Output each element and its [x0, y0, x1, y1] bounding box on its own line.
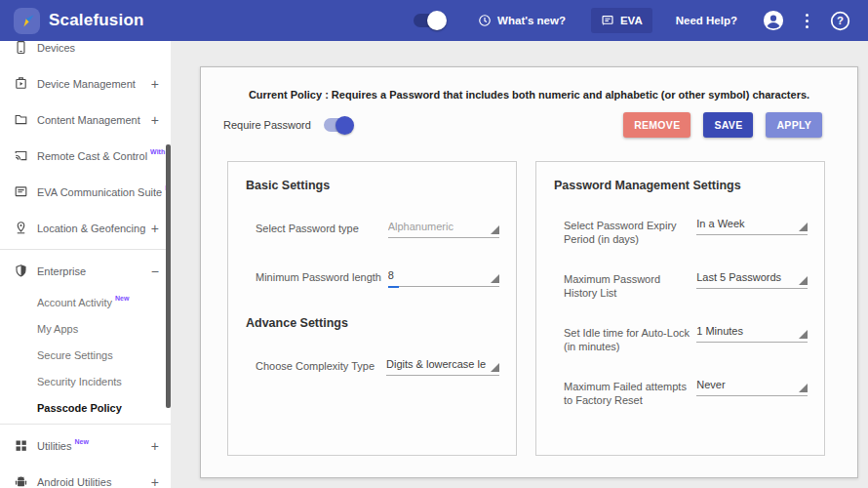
expander-plus[interactable]: + [151, 221, 159, 236]
dropdown-arrow-icon [491, 274, 499, 283]
dot [806, 14, 809, 17]
basic-settings-panel: Basic Settings Select Password type Alph… [227, 161, 517, 456]
min-password-length-select[interactable]: 8 [388, 267, 499, 287]
sidebar-item-enterprise[interactable]: Enterprise − [0, 253, 171, 289]
android-icon [13, 474, 28, 488]
svg-text:?: ? [837, 15, 844, 26]
brand-name: Scalefusion [49, 11, 144, 30]
account-circle-icon [763, 10, 784, 31]
passcode-policy-card: Current Policy : Requires a Password tha… [200, 66, 858, 478]
dot [806, 25, 809, 28]
eva-label: EVA [620, 15, 643, 26]
account-button[interactable] [763, 10, 784, 31]
focus-accent-bar [388, 286, 399, 288]
expander-minus[interactable]: − [151, 264, 159, 279]
basic-settings-title: Basic Settings [246, 179, 499, 192]
shield-icon [13, 264, 28, 279]
remove-button[interactable]: REMOVE [623, 112, 690, 138]
current-policy-text: Current Policy : Requires a Password tha… [240, 89, 818, 101]
clock-icon [478, 14, 492, 27]
apply-button[interactable]: APPLY [766, 112, 822, 138]
sidebar-item-device-management[interactable]: Device Management + [0, 65, 171, 102]
new-badge: New [74, 438, 88, 445]
dot [806, 20, 809, 22]
more-menu-button[interactable] [806, 12, 809, 29]
dropdown-arrow-icon [799, 384, 808, 392]
scalefusion-logo-icon[interactable] [14, 8, 40, 34]
cast-icon [13, 148, 28, 164]
dropdown-arrow-icon [799, 276, 808, 285]
dropdown-arrow-icon [799, 223, 808, 231]
sidebar-item-remote-cast[interactable]: Remote Cast & Control With Audio [0, 138, 171, 174]
sidebar-item-devices[interactable]: Devices [0, 41, 171, 65]
device-play-icon [13, 76, 28, 92]
widgets-icon [13, 438, 28, 454]
sidebar-nav: Devices Device Management + Content Mana… [0, 41, 171, 488]
advance-settings-title: Advance Settings [246, 316, 499, 330]
sidebar-item-eva-communication-suite[interactable]: EVA Communication Suite New + [0, 174, 171, 210]
divider [0, 249, 171, 250]
sidebar-item-content-management[interactable]: Content Management + [0, 102, 171, 138]
idle-time-label: Set Idle time for Auto-Lock (in minutes) [564, 323, 696, 353]
expander-plus[interactable]: + [151, 474, 159, 488]
save-button[interactable]: SAVE [703, 112, 753, 138]
idle-time-select[interactable]: 1 Minutes [696, 323, 808, 343]
sidebar-subitem-secure-settings[interactable]: Secure Settings [0, 342, 171, 368]
help-icon: ? [830, 11, 850, 31]
header-toggle-knob [427, 11, 447, 30]
header-toggle[interactable] [414, 14, 445, 27]
dropdown-arrow-icon [491, 363, 499, 372]
eva-button[interactable]: EVA [591, 8, 652, 33]
help-button[interactable]: ? [830, 11, 850, 31]
password-type-select[interactable]: Alphanumeric [388, 219, 499, 238]
expander-plus[interactable]: + [151, 112, 159, 128]
sidebar-subitem-passcode-policy[interactable]: Passcode Policy [0, 394, 171, 421]
dropdown-arrow-icon [799, 330, 808, 339]
main-content: Current Policy : Requires a Password tha… [171, 41, 868, 488]
password-management-panel: Password Management Settings Select Pass… [535, 161, 825, 456]
new-badge: New [115, 295, 129, 302]
whats-new-button[interactable]: What's new? [478, 14, 566, 27]
need-help-button[interactable]: Need Help? [676, 15, 737, 26]
sidebar-subitem-security-incidents[interactable]: Security Incidents [0, 368, 171, 394]
divider [0, 424, 171, 425]
history-list-label: Maximum Password History List [564, 269, 696, 300]
expander-plus[interactable]: + [151, 438, 159, 454]
password-management-title: Password Management Settings [554, 179, 808, 192]
require-password-label: Require Password [223, 119, 311, 131]
need-help-label: Need Help? [676, 15, 737, 26]
history-list-select[interactable]: Last 5 Passwords [696, 269, 808, 289]
message-icon [13, 184, 28, 200]
smartphone-icon [13, 41, 28, 56]
complexity-type-select[interactable]: Digits & lowercase let... [386, 356, 499, 376]
sidebar-item-android-utilities[interactable]: Android Utilities + [0, 464, 171, 488]
sidebar-subitem-my-apps[interactable]: My Apps [0, 315, 171, 342]
folder-icon [13, 112, 28, 128]
expiry-period-select[interactable]: In a Week [696, 216, 808, 235]
sidebar-item-utilities[interactable]: Utilities New + [0, 427, 171, 464]
min-password-length-label: Minimum Password length [256, 267, 388, 287]
sidebar-subitem-account-activity[interactable]: Account Activity New [0, 289, 171, 315]
expiry-period-label: Select Password Expiry Period (in days) [564, 216, 696, 246]
password-type-label: Select Password type [256, 219, 388, 238]
require-password-toggle[interactable] [324, 118, 352, 132]
complexity-type-label: Choose Complexity Type [256, 356, 386, 376]
top-header: Scalefusion What's new? EVA Need Help? [0, 0, 868, 41]
failed-attempts-label: Maximum Failed attempts to Factory Reset [564, 377, 696, 407]
require-password-toggle-knob [335, 116, 354, 135]
failed-attempts-select[interactable]: Never [696, 377, 808, 396]
dropdown-arrow-icon [491, 225, 499, 234]
chat-icon [601, 14, 614, 27]
expander-plus[interactable]: + [151, 76, 159, 92]
location-pin-icon [13, 221, 28, 236]
whats-new-label: What's new? [497, 15, 566, 26]
sidebar-item-location-geofencing[interactable]: Location & Geofencing + [0, 210, 171, 246]
